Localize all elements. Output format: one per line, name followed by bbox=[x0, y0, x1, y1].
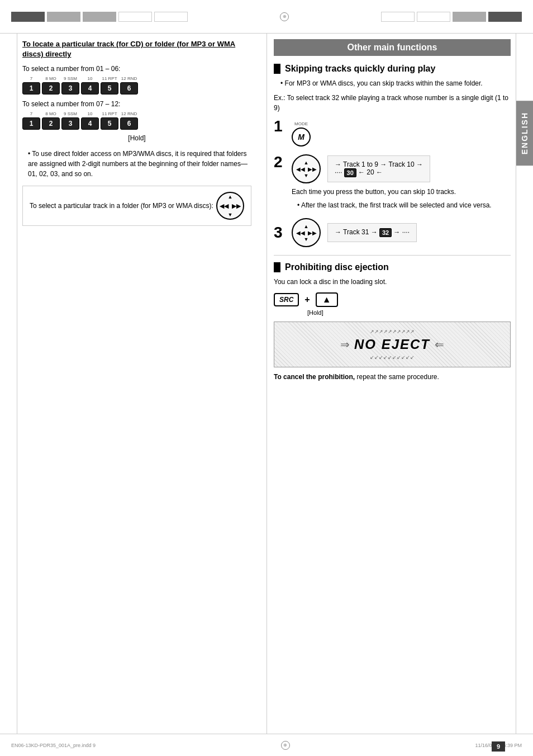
english-sidebar: ENGLISH bbox=[516, 101, 533, 166]
step3-nav-left: ◀◀ bbox=[296, 230, 305, 236]
step2-nav-up: ▲ bbox=[304, 160, 309, 166]
button-3[interactable]: 3 bbox=[61, 82, 79, 94]
step3-nav-lr: ◀◀ ▶▶ bbox=[296, 230, 317, 236]
btn-label2-8mo: 8 MO bbox=[42, 111, 60, 116]
subsection1-label: To select a number from 01 – 06: bbox=[22, 65, 251, 73]
top-bar-block-9 bbox=[488, 12, 522, 22]
step-1-container: 1 MODE M bbox=[274, 119, 511, 147]
button-5[interactable]: 5 bbox=[101, 82, 118, 94]
button-2[interactable]: 2 bbox=[42, 82, 60, 94]
prohibit-intro: You can lock a disc in the loading slot. bbox=[274, 277, 511, 287]
btn-labels-row1: 7 8 MO 9 SSM 10 11 RPT 12 RND bbox=[22, 76, 251, 81]
step3-nav-control: ▲ ◀◀ ▶▶ ▼ bbox=[292, 218, 321, 247]
step-3-content: ▲ ◀◀ ▶▶ ▼ → Track 31 → 32 → ···· bbox=[292, 218, 511, 247]
cancel-text: To cancel the prohibition, repeat the sa… bbox=[274, 372, 511, 382]
skipping-bullet: For MP3 or WMA discs, you can skip track… bbox=[274, 78, 511, 88]
btn-label-8mo: 8 MO bbox=[42, 76, 60, 81]
bottom-left: EN06-13KD-PDR35_001A_pre.indd 9 bbox=[11, 743, 96, 748]
hold-label-prohibit: [Hold] bbox=[307, 309, 511, 316]
step-3-control-row: ▲ ◀◀ ▶▶ ▼ → Track 31 → 32 → ···· bbox=[292, 218, 511, 247]
track-32-box: 32 bbox=[379, 228, 392, 237]
step2-nav-left: ◀◀ bbox=[296, 166, 305, 172]
prohibit-section-header: Prohibiting disc ejection bbox=[274, 262, 511, 272]
button-6[interactable]: 6 bbox=[120, 82, 138, 94]
button-4[interactable]: 4 bbox=[81, 82, 99, 94]
button-row-2: 1 2 3 4 5 6 bbox=[22, 117, 251, 130]
track-diagram-step3: → Track 31 → 32 → ···· bbox=[327, 223, 417, 242]
section-block-2-icon bbox=[274, 262, 280, 272]
cancel-text-normal: repeat the same procedure. bbox=[355, 373, 439, 381]
top-bar-left bbox=[11, 12, 188, 22]
step-2-control-row: ▲ ◀◀ ▶▶ ▼ → Track 1 to 9 → Track 10 → ··… bbox=[292, 154, 511, 183]
top-bar-block-1 bbox=[11, 12, 45, 22]
plus-label: + bbox=[304, 295, 310, 305]
btn-label2-7: 7 bbox=[22, 111, 40, 116]
button-2-1[interactable]: 1 bbox=[22, 117, 40, 130]
left-margin-line bbox=[17, 34, 17, 734]
top-bar-block-6 bbox=[381, 12, 415, 22]
btn-label-11rpt: 11 RPT bbox=[101, 76, 118, 81]
nav-arrow-left-icon: ◀◀ bbox=[220, 201, 229, 211]
top-bar-block-8 bbox=[453, 12, 486, 22]
step-2-number: 2 bbox=[274, 154, 285, 170]
info-box: To select a particular track in a folder… bbox=[22, 186, 251, 226]
btn-label-7: 7 bbox=[22, 76, 40, 81]
btn-label-9ssm: 9 SSM bbox=[61, 76, 79, 81]
button-2-4[interactable]: 4 bbox=[81, 117, 99, 130]
skipping-tracks-title: Skipping tracks quickly during play bbox=[285, 64, 435, 74]
top-bar-block-3 bbox=[83, 12, 116, 22]
other-functions-header: Other main functions bbox=[274, 39, 511, 56]
step-3-number: 3 bbox=[274, 225, 285, 240]
button-row-1: 1 2 3 4 5 6 bbox=[22, 82, 251, 94]
step-1-number: 1 bbox=[274, 119, 285, 134]
eject-button[interactable]: ▲ bbox=[316, 292, 338, 307]
step2-nav-control: ▲ ◀◀ ▶▶ ▼ bbox=[292, 154, 321, 183]
track-diagram-step2: → Track 1 to 9 → Track 10 → ···· 30 ← 20… bbox=[327, 155, 430, 182]
left-bullet-text: To use direct folder access on MP3/WMA d… bbox=[22, 149, 251, 179]
section-divider bbox=[274, 255, 511, 256]
button-1[interactable]: 1 bbox=[22, 82, 40, 94]
subsection2-label: To select a number from 07 – 12: bbox=[22, 100, 251, 108]
cancel-text-bold: To cancel the prohibition, bbox=[274, 373, 355, 381]
top-bar-block-2 bbox=[47, 12, 80, 22]
top-bar-block-7 bbox=[417, 12, 450, 22]
step2-nav-inner: ▲ ◀◀ ▶▶ ▼ bbox=[296, 160, 317, 178]
step3-nav-inner: ▲ ◀◀ ▶▶ ▼ bbox=[296, 224, 317, 242]
mode-button: MODE M bbox=[292, 121, 311, 147]
top-bar-right bbox=[381, 12, 522, 22]
page-number: 9 bbox=[492, 741, 505, 752]
btn-labels-row2: 7 8 MO 9 SSM 10 11 RPT 12 RND bbox=[22, 111, 251, 116]
button-2-5[interactable]: 5 bbox=[101, 117, 118, 130]
section-block-icon bbox=[274, 64, 280, 74]
bottom-diagonal-arrows: ↙↙↙↙↙↙↙↙↙↙ bbox=[285, 355, 499, 360]
step-3-container: 3 ▲ ◀◀ ▶▶ ▼ bbox=[274, 218, 511, 247]
right-arrow-icon: ⇐ bbox=[435, 338, 444, 351]
btn-label-12rnd: 12 RND bbox=[120, 76, 138, 81]
button-2-2[interactable]: 2 bbox=[42, 117, 60, 130]
nav-control-inner: ▲ ◀◀ ▶▶ ▼ bbox=[220, 193, 241, 219]
step-2-desc2: • After the last track, the first track … bbox=[292, 200, 511, 210]
btn-label-10: 10 bbox=[81, 76, 99, 81]
step-2-content: ▲ ◀◀ ▶▶ ▼ → Track 1 to 9 → Track 10 → ··… bbox=[292, 154, 511, 210]
no-eject-text: NO EJECT bbox=[354, 337, 430, 352]
bottom-right: 11/16/06 5:56:39 PM 9 bbox=[475, 743, 522, 748]
step2-nav-lr: ◀◀ ▶▶ bbox=[296, 166, 317, 172]
mode-btn-circle[interactable]: M bbox=[292, 127, 311, 147]
step2-nav-down: ▼ bbox=[304, 173, 309, 178]
track-30-box: 30 bbox=[344, 168, 356, 177]
info-box-buttons: ▲ ◀◀ ▶▶ ▼ bbox=[216, 192, 244, 220]
step3-nav-down: ▼ bbox=[304, 237, 309, 242]
button-2-6[interactable]: 6 bbox=[120, 117, 138, 130]
bottom-border: EN06-13KD-PDR35_001A_pre.indd 9 ⊕ 11/16/… bbox=[0, 734, 533, 756]
button-2-3[interactable]: 3 bbox=[61, 117, 79, 130]
top-border: ⊕ bbox=[0, 0, 533, 34]
src-button[interactable]: SRC bbox=[274, 293, 299, 306]
step-2-container: 2 ▲ ◀◀ ▶▶ ▼ bbox=[274, 154, 511, 210]
step3-nav-right: ▶▶ bbox=[308, 230, 317, 236]
left-column: To locate a particular track (for CD) or… bbox=[22, 39, 263, 728]
step-2-desc1: Each time you press the button, you can … bbox=[292, 187, 511, 197]
btn-label2-11rpt: 11 RPT bbox=[101, 111, 118, 116]
nav-control-left: ▲ ◀◀ ▶▶ ▼ bbox=[216, 192, 244, 220]
hold-label: [Hold] bbox=[22, 134, 251, 142]
left-arrow-icon: ⇒ bbox=[340, 338, 350, 351]
